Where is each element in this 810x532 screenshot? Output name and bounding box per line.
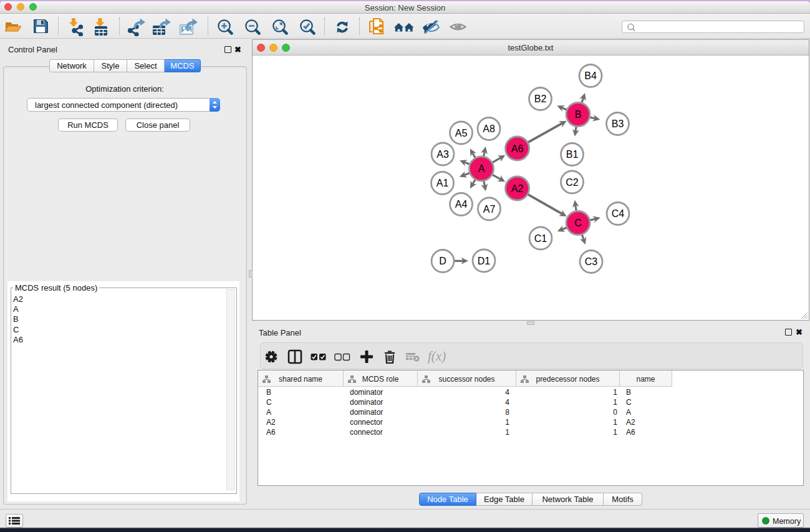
svg-text:D: D xyxy=(439,256,446,266)
svg-text:A1: A1 xyxy=(436,178,449,188)
svg-text:C3: C3 xyxy=(585,256,598,267)
svg-text:A8: A8 xyxy=(483,123,495,134)
svg-text:A: A xyxy=(478,163,485,174)
svg-text:B3: B3 xyxy=(612,118,624,129)
svg-text:A4: A4 xyxy=(455,199,468,210)
svg-text:C: C xyxy=(574,218,582,228)
svg-text:D1: D1 xyxy=(478,256,491,266)
svg-text:B1: B1 xyxy=(566,149,579,160)
svg-text:C2: C2 xyxy=(566,177,579,188)
svg-text:A6: A6 xyxy=(511,143,524,154)
svg-text:A5: A5 xyxy=(455,128,468,138)
svg-text:A3: A3 xyxy=(436,149,449,160)
svg-text:B: B xyxy=(575,109,582,120)
svg-text:C1: C1 xyxy=(534,233,547,244)
svg-text:C4: C4 xyxy=(612,208,625,219)
svg-text:B2: B2 xyxy=(534,94,547,104)
svg-text:B4: B4 xyxy=(584,70,597,81)
svg-text:A2: A2 xyxy=(511,183,524,194)
svg-text:A7: A7 xyxy=(483,204,496,215)
